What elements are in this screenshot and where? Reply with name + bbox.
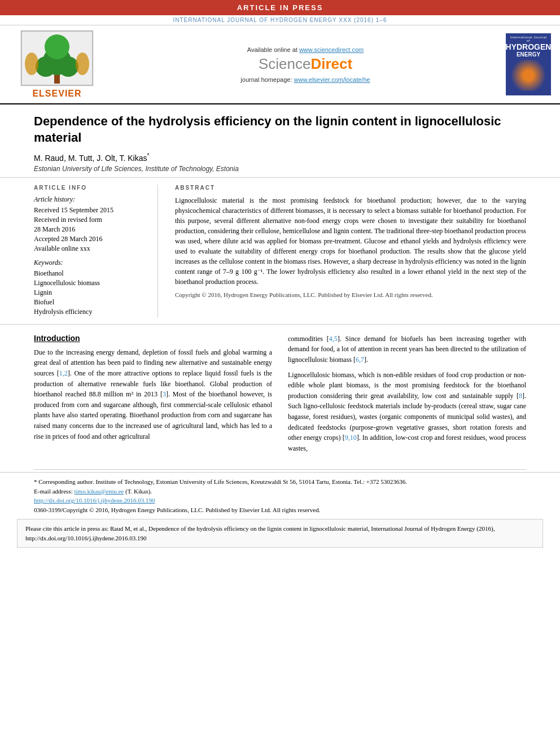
issn-copyright: 0360-3199/Copyright © 2016, Hydrogen Ene… <box>34 505 526 515</box>
top-section: ELSEVIER Available online at www.science… <box>0 25 560 104</box>
ref-8[interactable]: 8 <box>519 392 522 400</box>
keyword-bioethanol: Bioethanol <box>34 269 148 278</box>
svg-point-6 <box>76 53 89 75</box>
ref-4-5[interactable]: 4,5 <box>329 335 338 343</box>
two-col-section: ARTICLE INFO Article history: Received 1… <box>0 178 560 325</box>
article-history-label: Article history: <box>34 195 148 204</box>
keyword-lignocellulosic: Lignocellulosic biomass <box>34 279 148 287</box>
history-revised-date: 28 March 2016 <box>34 225 148 234</box>
svg-point-5 <box>25 53 38 75</box>
body-right-column: commodities [4,5]. Since demand for biof… <box>288 334 526 458</box>
history-accepted: Accepted 28 March 2016 <box>34 235 148 243</box>
svg-point-4 <box>45 34 69 59</box>
abstract-copyright: Copyright © 2016, Hydrogen Energy Public… <box>175 291 526 298</box>
article-title: Dependence of the hydrolysis efficiency … <box>34 113 526 146</box>
corresponding-author-footnote: * Corresponding author. Institute of Tec… <box>34 477 526 487</box>
footnote-section: * Corresponding author. Institute of Tec… <box>0 472 560 519</box>
journal-intl-label: International Journal of <box>508 36 549 42</box>
article-info-column: ARTICLE INFO Article history: Received 1… <box>34 185 158 317</box>
journal-homepage: journal homepage: www.elsevier.com/locat… <box>111 76 500 83</box>
sciencedirect-url[interactable]: www.sciencedirect.com <box>299 46 364 53</box>
journal-header-bar: INTERNATIONAL JOURNAL OF HYDROGEN ENERGY… <box>0 15 560 25</box>
abstract-text: Lignocellulosic material is the most pro… <box>175 195 526 287</box>
available-online-text: Available online at www.sciencedirect.co… <box>111 46 500 53</box>
email-line: E-mail address: timo.kikas@emu.ee (T. Ki… <box>34 487 526 496</box>
elsevier-brand-text: ELSEVIER <box>32 89 81 99</box>
introduction-title: Introduction <box>34 334 272 343</box>
abstract-header: ABSTRACT <box>175 185 526 191</box>
corresponding-author-marker: * <box>147 152 149 159</box>
body-left-column: Introduction Due to the increasing energ… <box>34 334 272 458</box>
body-section: Introduction Due to the increasing energ… <box>0 325 560 468</box>
history-revised-label: Received in revised form <box>34 216 148 224</box>
authors: M. Raud, M. Tutt, J. Olt, T. Kikas* <box>34 152 526 163</box>
journal-thumbnail: International Journal of HYDROGEN ENERGY <box>506 33 551 95</box>
journal-thumbnail-image <box>509 60 548 91</box>
ref-1-2[interactable]: 1,2 <box>59 369 68 377</box>
svg-point-3 <box>58 56 78 77</box>
article-info-header: ARTICLE INFO <box>34 185 148 191</box>
footnote-divider <box>34 469 526 470</box>
article-in-press-banner: ARTICLE IN PRESS <box>0 0 560 15</box>
journal-homepage-link[interactable]: www.elsevier.com/locate/he <box>294 76 370 83</box>
ref-9-10[interactable]: 9,10 <box>345 434 357 442</box>
intro-paragraph-2: commodities [4,5]. Since demand for biof… <box>288 334 526 365</box>
sciencedirect-section: Available online at www.sciencedirect.co… <box>111 46 500 83</box>
citation-box: Please cite this article in press as: Ra… <box>17 519 543 548</box>
doi-line: http://dx.doi.org/10.1016/j.ijhydene.201… <box>34 496 526 505</box>
keywords-label: Keywords: <box>34 259 148 267</box>
email-link[interactable]: timo.kikas@emu.ee <box>74 488 124 495</box>
intro-paragraph-3: Lignocellulosic biomass, which is non-ed… <box>288 370 526 454</box>
journal-hydrogen-label: HYDROGEN <box>506 43 552 51</box>
ref-3[interactable]: 3 <box>163 390 166 398</box>
elsevier-logo: ELSEVIER <box>9 30 105 99</box>
doi-link[interactable]: http://dx.doi.org/10.1016/j.ijhydene.201… <box>34 497 155 504</box>
journal-energy-label: ENERGY <box>517 51 540 58</box>
affiliation: Estonian University of Life Sciences, In… <box>34 165 526 173</box>
keywords-section: Keywords: Bioethanol Lignocellulosic bio… <box>34 259 148 316</box>
svg-point-2 <box>36 56 56 77</box>
sciencedirect-logo: ScienceDirect <box>111 55 500 73</box>
article-title-section: Dependence of the hydrolysis efficiency … <box>0 104 560 178</box>
history-received: Received 15 September 2015 <box>34 206 148 215</box>
ref-6-7[interactable]: 6,7 <box>356 356 364 364</box>
abstract-column: ABSTRACT Lignocellulosic material is the… <box>175 185 526 317</box>
keyword-biofuel: Biofuel <box>34 298 148 307</box>
history-available: Available online xxx <box>34 244 148 253</box>
intro-paragraph-1: Due to the increasing energy demand, dep… <box>34 347 272 442</box>
keyword-hydrolysis: Hydrolysis efficiency <box>34 308 148 316</box>
keyword-lignin: Lignin <box>34 289 148 297</box>
elsevier-tree-icon <box>20 30 94 86</box>
